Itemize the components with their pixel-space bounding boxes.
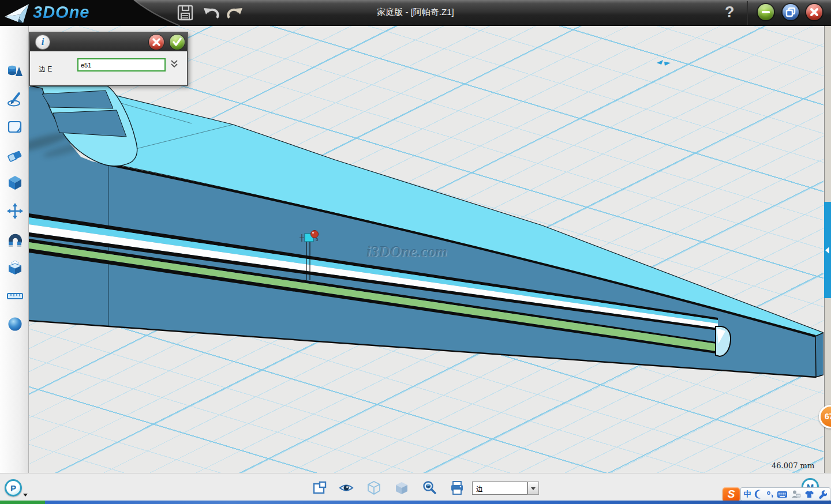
edge-field-label: 边 E (39, 65, 52, 74)
ime-sogou-logo[interactable]: S (723, 487, 740, 502)
ime-profile-icon[interactable] (791, 489, 801, 499)
watermark: i3DOne.com (366, 243, 447, 260)
visibility-eye-button[interactable] (339, 480, 354, 495)
ime-settings-wrench-icon[interactable] (817, 489, 827, 499)
bottom-toolbar: P 边 M (0, 473, 831, 501)
sketch-draw-icon[interactable] (6, 90, 24, 107)
model-canvas: 5 i3DOne.com i3DOne.com 46.007 mm (29, 26, 823, 473)
wireframe-display-button[interactable] (366, 480, 381, 495)
wing-end-cap (815, 333, 823, 377)
left-toolbar (0, 26, 29, 473)
app-brand: 3DOne (33, 3, 89, 22)
dialog-header[interactable]: i (30, 33, 187, 51)
measurement-readout: 46.007 mm (772, 461, 814, 470)
ime-toolbar: 中 (740, 487, 830, 501)
bottom-left-badge[interactable]: P (5, 479, 22, 497)
ime-skin-tshirt-icon[interactable] (804, 489, 814, 499)
svg-text:5: 5 (316, 237, 319, 242)
view-layout-button[interactable] (312, 480, 327, 495)
bracket-hole (42, 91, 113, 108)
ime-moon-icon[interactable] (754, 489, 763, 499)
bracket-hole (53, 110, 126, 137)
zoom-magnifier-button[interactable] (422, 480, 437, 495)
dialog-confirm-button[interactable] (170, 35, 185, 50)
sketch-plane-icon[interactable] (6, 118, 24, 136)
view-rotate-hint-icon (657, 60, 671, 66)
move-icon[interactable] (6, 202, 24, 220)
ime-keyboard-icon[interactable] (777, 489, 788, 499)
help-button[interactable]: ? (725, 3, 735, 21)
material-sphere-icon[interactable] (6, 315, 24, 333)
expand-chevron-icon[interactable] (170, 59, 178, 69)
ime-punctuation-icon[interactable] (766, 489, 774, 499)
selection-filter-value[interactable]: 边 (472, 482, 527, 495)
windows-taskbar[interactable] (0, 501, 831, 504)
shaded-display-button[interactable] (394, 480, 409, 495)
print-button[interactable] (450, 480, 465, 495)
combo-dropdown-button[interactable] (527, 482, 539, 495)
bottom-left-caret-icon[interactable] (23, 494, 28, 497)
dialog-body: 边 E (30, 51, 187, 86)
flyout-arrow-icon (825, 247, 829, 254)
primitive-shapes-icon[interactable] (6, 62, 24, 79)
measure-ruler-icon[interactable] (6, 287, 24, 304)
dialog-cancel-button[interactable] (149, 35, 164, 50)
title-bar: 3DOne 家庭版 - [阿帕奇.Z1] ? (0, 0, 831, 26)
edge-input-dialog: i 边 E (29, 32, 188, 86)
solid-cube-icon[interactable] (6, 174, 24, 191)
edge-input-field[interactable] (77, 58, 166, 72)
magnet-snap-icon[interactable] (6, 231, 24, 248)
eraser-icon[interactable] (6, 146, 24, 164)
window-title: 家庭版 - [阿帕奇.Z1] (0, 7, 831, 18)
3d-viewport[interactable]: 5 i3DOne.com i3DOne.com 46.007 mm (29, 26, 823, 473)
paper-plane-logo-icon (2, 1, 31, 25)
ime-lang-indicator[interactable]: 中 (744, 489, 751, 499)
assembly-box-icon[interactable] (6, 259, 24, 276)
info-icon: i (36, 35, 50, 49)
flyout-tab[interactable] (824, 202, 831, 298)
